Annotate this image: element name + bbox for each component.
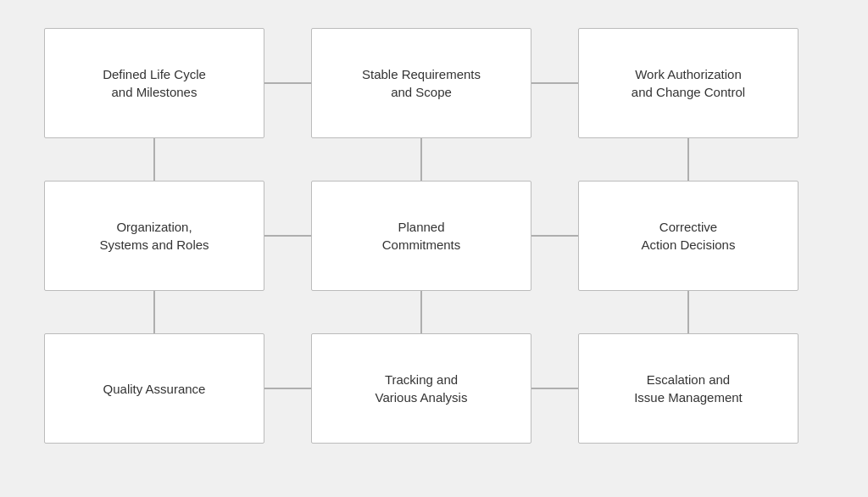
box-quality-assurance: Quality Assurance: [44, 333, 264, 444]
box-stable-requirements-label: Stable Requirementsand Scope: [362, 65, 481, 101]
diagram: Defined Life Cycleand Milestones Stable …: [44, 28, 824, 469]
box-escalation-label: Escalation andIssue Management: [634, 371, 743, 406]
grid: Defined Life Cycleand Milestones Stable …: [44, 28, 824, 444]
box-work-authorization-label: Work Authorizationand Change Control: [632, 65, 745, 101]
box-work-authorization: Work Authorizationand Change Control: [578, 28, 798, 138]
box-corrective-action: CorrectiveAction Decisions: [578, 181, 798, 291]
box-planned-commitments-label: PlannedCommitments: [382, 218, 461, 254]
box-organization-label: Organization,Systems and Roles: [99, 218, 209, 254]
box-planned-commitments: PlannedCommitments: [311, 181, 531, 291]
box-defined-life-cycle: Defined Life Cycleand Milestones: [44, 28, 264, 138]
box-corrective-action-label: CorrectiveAction Decisions: [642, 218, 736, 254]
box-escalation: Escalation andIssue Management: [578, 333, 798, 444]
box-tracking-label: Tracking andVarious Analysis: [376, 371, 468, 406]
box-defined-life-cycle-label: Defined Life Cycleand Milestones: [103, 65, 206, 101]
box-tracking: Tracking andVarious Analysis: [311, 333, 531, 444]
box-stable-requirements: Stable Requirementsand Scope: [311, 28, 531, 138]
box-quality-assurance-label: Quality Assurance: [103, 380, 206, 398]
box-organization: Organization,Systems and Roles: [44, 181, 264, 291]
